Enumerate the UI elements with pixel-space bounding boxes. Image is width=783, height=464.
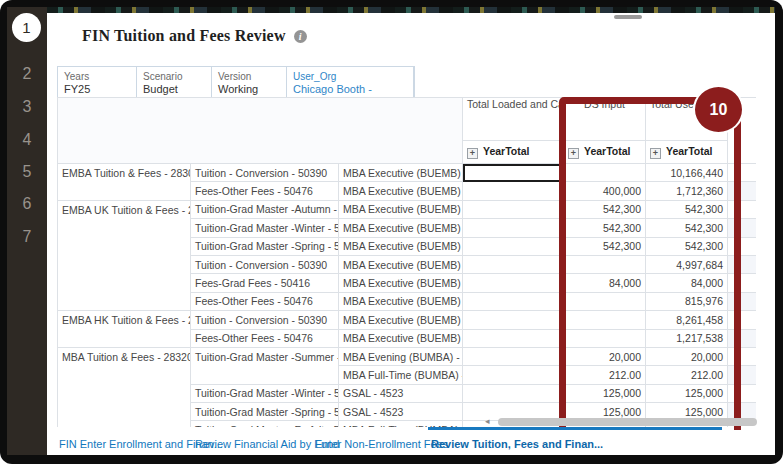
column-header[interactable]: Total Loaded and Calculated Data <box>463 98 564 141</box>
cell-total-user-entry[interactable]: 4,997,684 <box>646 255 728 273</box>
cell-ds-input[interactable]: 20,000 <box>564 347 646 365</box>
row-label-program: MBA Executive (BUEMB) - 1128 <box>339 311 463 329</box>
grid-corner-cell <box>58 98 463 164</box>
spacer-cell <box>728 200 757 218</box>
cell-total-loaded[interactable] <box>463 311 564 329</box>
row-label-program: MBA Executive (BUEMB) - 1128 <box>339 182 463 200</box>
cell-total-user-entry[interactable]: 8,261,458 <box>646 311 728 329</box>
cell-ds-input[interactable]: 84,000 <box>564 274 646 292</box>
cell-ds-input[interactable]: 400,000 <box>564 182 646 200</box>
spacer-cell <box>728 255 757 273</box>
row-label-program: MBA Executive (BUEMB) - 1128 <box>339 200 463 218</box>
horizontal-scrollbar[interactable]: ◂ <box>485 418 757 427</box>
pov-dimension-label: Scenario <box>143 70 203 83</box>
row-label-account: Tuition - Conversion - 50390 <box>191 164 339 182</box>
spacer-cell <box>728 384 757 402</box>
row-label-program: MBA Executive (BUEMB) - 1128 <box>339 237 463 255</box>
cell-total-user-entry[interactable]: 1,217,538 <box>646 329 728 347</box>
row-label-program: MBA Evening (BUMBA) - 1127 <box>339 347 463 365</box>
cell-ds-input[interactable] <box>564 329 646 347</box>
pov-dimension-label: Version <box>218 70 278 83</box>
drag-handle[interactable] <box>614 15 642 19</box>
cell-total-loaded[interactable] <box>463 329 564 347</box>
cell-ds-input[interactable]: 542,300 <box>564 237 646 255</box>
row-label-entity: EMBA Tuition & Fees - 28300 <box>58 164 191 201</box>
cell-total-user-entry[interactable]: 542,300 <box>646 237 728 255</box>
cell-ds-input[interactable] <box>564 255 646 273</box>
row-label-program: MBA Executive (BUEMB) - 1128 <box>339 292 463 310</box>
bottom-tab-bar: FIN Enter Enrollment and Finan...Review … <box>47 430 775 455</box>
cell-total-user-entry[interactable]: 212.00 <box>646 366 728 384</box>
cell-total-loaded[interactable] <box>463 219 564 237</box>
row-label-program: MBA Executive (BUEMB) - 1128 <box>339 274 463 292</box>
pov-member-value: Working <box>218 83 278 96</box>
cell-total-loaded[interactable] <box>463 274 564 292</box>
step-number-3: 3 <box>7 98 47 116</box>
row-label-program: MBA Executive (BUEMB) - 1128 <box>339 219 463 237</box>
cell-total-loaded[interactable] <box>463 182 564 200</box>
info-icon[interactable]: i <box>294 30 307 43</box>
spacer-cell <box>728 292 757 310</box>
table-row: EMBA UK Tuition & Fees - 28308Tuition-Gr… <box>58 200 757 218</box>
row-label-account: Tuition-Grad Master -Forfeit - 50221 <box>191 421 339 427</box>
expand-icon[interactable]: + <box>568 148 579 159</box>
page-title: FIN Tuition and Fees Reviewi <box>82 27 307 45</box>
spacer-cell <box>728 329 757 347</box>
cell-total-loaded[interactable] <box>463 200 564 218</box>
cell-ds-input[interactable]: 542,300 <box>564 219 646 237</box>
cell-total-loaded[interactable] <box>463 384 564 402</box>
step-sidebar: 1234567 <box>7 7 47 455</box>
data-grid-table: Total Loaded and Calculated DataDS Input… <box>57 97 756 427</box>
row-label-program: MBA Executive (BUEMB) - 1128 <box>339 329 463 347</box>
row-label-program: GSAL - 4523 <box>339 403 463 421</box>
top-banner-strip <box>47 7 775 13</box>
cell-total-loaded[interactable] <box>463 237 564 255</box>
cell-ds-input[interactable]: 212.00 <box>564 366 646 384</box>
cell-ds-input[interactable] <box>564 311 646 329</box>
cell-total-loaded[interactable] <box>463 255 564 273</box>
cell-total-user-entry[interactable]: 10,166,440 <box>646 164 728 182</box>
row-label-program: MBA Executive (BUEMB) - 1128 <box>339 255 463 273</box>
scrollbar-thumb[interactable] <box>498 418 757 426</box>
table-row: EMBA HK Tuition & Fees - 28312Tuition - … <box>58 311 757 329</box>
row-label-account: Tuition - Conversion - 50390 <box>191 311 339 329</box>
cell-total-user-entry[interactable]: 125,000 <box>646 384 728 402</box>
spacer-cell <box>728 347 757 365</box>
form-tab-4[interactable]: Review Tuition, Fees and Finan... <box>431 438 603 450</box>
row-label-account: Tuition-Grad Master -Winter - 50211 <box>191 384 339 402</box>
cell-total-loaded[interactable] <box>463 347 564 365</box>
step-number-4: 4 <box>7 131 47 149</box>
cell-ds-input[interactable] <box>564 292 646 310</box>
row-label-account: Tuition-Grad Master -Spring - 50216 <box>191 237 339 255</box>
step-number-5: 5 <box>7 163 47 181</box>
spacer-cell <box>728 182 757 200</box>
column-header[interactable]: DS Input <box>564 98 646 141</box>
cell-ds-input[interactable]: 542,300 <box>564 200 646 218</box>
form-content: FIN Tuition and Fees Reviewi YearsFY25Sc… <box>47 7 775 455</box>
step-number-6: 6 <box>7 195 47 213</box>
row-label-account: Tuition - Conversion - 50390 <box>191 255 339 273</box>
cell-total-loaded[interactable] <box>463 164 564 182</box>
expand-icon[interactable]: + <box>650 148 661 159</box>
scroll-left-icon[interactable]: ◂ <box>485 416 490 426</box>
step-number-2: 2 <box>7 65 47 83</box>
pov-dimension-label: Years <box>64 70 128 83</box>
form-tab-3[interactable]: Enter Non-Enrollment Fees <box>315 438 448 450</box>
cell-total-user-entry[interactable]: 20,000 <box>646 347 728 365</box>
expand-icon[interactable]: + <box>467 148 478 159</box>
cell-total-loaded[interactable] <box>463 366 564 384</box>
cell-total-user-entry[interactable]: 542,300 <box>646 200 728 218</box>
cell-total-user-entry[interactable]: 815,976 <box>646 292 728 310</box>
cell-total-loaded[interactable] <box>463 292 564 310</box>
cell-total-user-entry[interactable]: 84,000 <box>646 274 728 292</box>
data-grid: Total Loaded and Calculated DataDS Input… <box>57 97 756 427</box>
row-label-account: Fees-Other Fees - 50476 <box>191 329 339 347</box>
screenshot-frame: 1234567 FIN Tuition and Fees Reviewi Yea… <box>0 0 783 464</box>
cell-total-user-entry[interactable]: 542,300 <box>646 219 728 237</box>
cell-ds-input[interactable] <box>564 164 646 182</box>
cell-total-user-entry[interactable]: 1,712,360 <box>646 182 728 200</box>
cell-ds-input[interactable]: 125,000 <box>564 384 646 402</box>
step-number-7: 7 <box>7 228 47 246</box>
period-header-label: YearTotal <box>584 145 631 157</box>
row-label-account: Fees-Other Fees - 50476 <box>191 292 339 310</box>
